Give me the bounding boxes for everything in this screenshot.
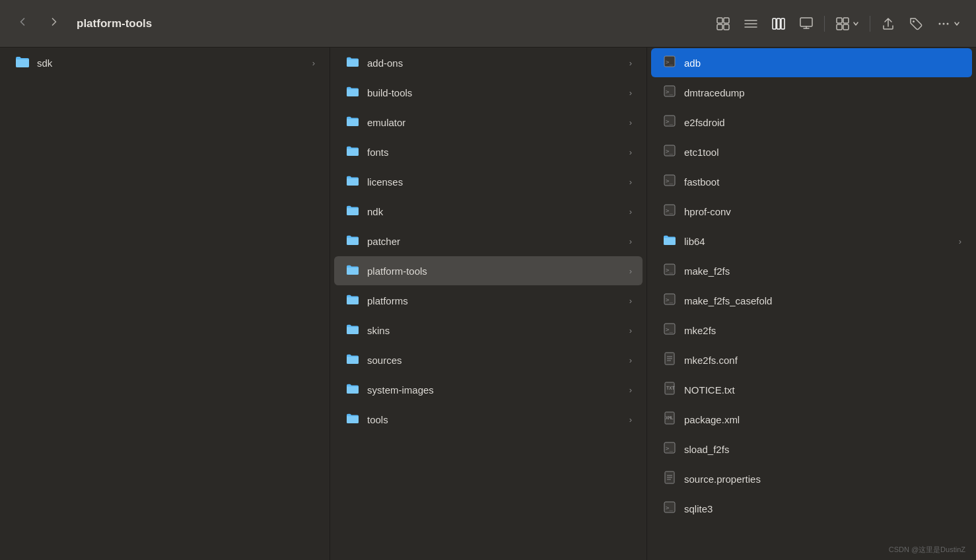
- more-chevron-icon: [954, 20, 960, 27]
- item-label-fonts: fonts: [367, 147, 623, 158]
- forward-icon: [48, 15, 61, 28]
- grid-icon: [716, 17, 730, 31]
- file-icon: >_: [662, 441, 678, 458]
- list-item-sources[interactable]: sources›: [334, 345, 643, 374]
- list-item-skins[interactable]: skins›: [334, 316, 643, 345]
- file-icon: [662, 471, 678, 487]
- list-item-ndk[interactable]: ndk›: [334, 197, 643, 226]
- item-label-package.xml: package.xml: [684, 414, 961, 425]
- svg-rect-16: [843, 24, 849, 30]
- back-button[interactable]: [11, 13, 34, 34]
- list-item-mke2fs.conf[interactable]: mke2fs.conf: [651, 345, 972, 374]
- folder-icon: [345, 85, 361, 100]
- svg-text:>_: >_: [666, 505, 673, 511]
- item-label-ndk: ndk: [367, 206, 623, 217]
- item-label-sqlite3: sqlite3: [684, 503, 961, 514]
- svg-rect-1: [724, 18, 729, 23]
- svg-text:TXT: TXT: [666, 386, 675, 391]
- chevron-icon: ›: [629, 177, 632, 187]
- svg-text:>_: >_: [666, 207, 673, 214]
- item-label-make_f2fs_casefold: make_f2fs_casefold: [684, 295, 961, 306]
- view-gallery-button[interactable]: [794, 13, 819, 35]
- file-icon: >_: [662, 293, 678, 309]
- list-item-package.xml[interactable]: XML package.xml: [651, 405, 972, 434]
- arrange-chevron-icon: [853, 20, 859, 27]
- list-item-tools[interactable]: tools›: [334, 405, 643, 434]
- tag-button[interactable]: [903, 13, 928, 35]
- view-columns-button[interactable]: [766, 13, 791, 35]
- list-item-sload_f2fs[interactable]: >_ sload_f2fs: [651, 435, 972, 464]
- item-label-mke2fs: mke2fs: [684, 325, 961, 336]
- item-label-tools: tools: [367, 414, 623, 425]
- file-icon: >_: [662, 144, 678, 160]
- list-item-etc1tool[interactable]: >_ etc1tool: [651, 137, 972, 166]
- share-icon: [881, 17, 895, 31]
- folder-icon: [345, 234, 361, 249]
- item-label-skins: skins: [367, 325, 623, 336]
- chevron-icon: ›: [629, 385, 632, 395]
- list-item-sqlite3[interactable]: >_ sqlite3: [651, 494, 972, 523]
- list-item-make_f2fs_casefold[interactable]: >_ make_f2fs_casefold: [651, 286, 972, 315]
- chevron-icon: ›: [629, 296, 632, 306]
- file-icon: >_: [662, 55, 678, 71]
- svg-rect-8: [777, 18, 781, 29]
- list-item-system-images[interactable]: system-images›: [334, 375, 643, 404]
- file-icon: XML: [662, 411, 678, 428]
- svg-rect-2: [717, 24, 722, 30]
- file-icon: >_: [662, 85, 678, 101]
- list-item-adb[interactable]: >_ adb: [651, 48, 972, 77]
- list-item-add-ons[interactable]: add-ons›: [334, 48, 643, 77]
- folder-icon: [662, 234, 678, 249]
- arrange-button[interactable]: [830, 13, 864, 35]
- file-icon: >_: [662, 203, 678, 220]
- file-icon: >_: [662, 263, 678, 279]
- svg-rect-15: [837, 24, 842, 30]
- more-button[interactable]: [931, 13, 965, 35]
- share-button[interactable]: [876, 13, 901, 35]
- folder-icon: [345, 145, 361, 160]
- item-label-sload_f2fs: sload_f2fs: [684, 444, 961, 455]
- item-label-emulator: emulator: [367, 117, 623, 128]
- list-item-e2fsdroid[interactable]: >_ e2fsdroid: [651, 108, 972, 137]
- list-item-licenses[interactable]: licenses›: [334, 167, 643, 196]
- list-item-mke2fs[interactable]: >_ mke2fs: [651, 316, 972, 345]
- chevron-icon: ›: [629, 355, 632, 365]
- folder-icon: [345, 55, 361, 71]
- view-list-button[interactable]: [738, 13, 763, 35]
- list-item-platform-tools[interactable]: platform-tools›: [334, 256, 643, 285]
- folder-icon: [345, 293, 361, 308]
- item-label-sdk: sdk: [37, 57, 306, 69]
- list-item-emulator[interactable]: emulator›: [334, 108, 643, 137]
- list-item-build-tools[interactable]: build-tools›: [334, 78, 643, 107]
- separator-1: [824, 16, 825, 32]
- svg-point-20: [947, 22, 949, 24]
- forward-button[interactable]: [42, 13, 66, 34]
- item-label-mke2fs.conf: mke2fs.conf: [684, 355, 961, 366]
- list-item-make_f2fs[interactable]: >_ make_f2fs: [651, 256, 972, 285]
- list-item-fastboot[interactable]: >_ fastboot: [651, 167, 972, 196]
- item-label-source.properties: source.properties: [684, 473, 961, 485]
- item-label-lib64: lib64: [684, 236, 952, 247]
- back-icon: [16, 15, 29, 28]
- file-icon: >_: [662, 501, 678, 517]
- list-item-fonts[interactable]: fonts›: [334, 137, 643, 166]
- list-item-lib64[interactable]: lib64›: [651, 227, 972, 256]
- list-item-NOTICE.txt[interactable]: TXT NOTICE.txt: [651, 375, 972, 404]
- folder-icon: [345, 204, 361, 219]
- list-item-source.properties[interactable]: source.properties: [651, 464, 972, 493]
- list-item-sdk[interactable]: sdk ›: [4, 48, 326, 77]
- item-label-etc1tool: etc1tool: [684, 147, 961, 158]
- svg-point-17: [913, 20, 915, 22]
- item-label-hprof-conv: hprof-conv: [684, 206, 961, 217]
- view-grid-button[interactable]: [711, 13, 736, 35]
- list-item-dmtracedump[interactable]: >_ dmtracedump: [651, 78, 972, 107]
- chevron-icon: ›: [629, 207, 632, 217]
- folder-icon: [15, 55, 30, 71]
- chevron-icon: ›: [629, 236, 632, 246]
- folder-icon: [345, 353, 361, 368]
- folder-icon: [345, 382, 361, 398]
- list-item-platforms[interactable]: platforms›: [334, 286, 643, 315]
- item-label-NOTICE.txt: NOTICE.txt: [684, 384, 961, 396]
- list-item-patcher[interactable]: patcher›: [334, 227, 643, 256]
- list-item-hprof-conv[interactable]: >_ hprof-conv: [651, 197, 972, 226]
